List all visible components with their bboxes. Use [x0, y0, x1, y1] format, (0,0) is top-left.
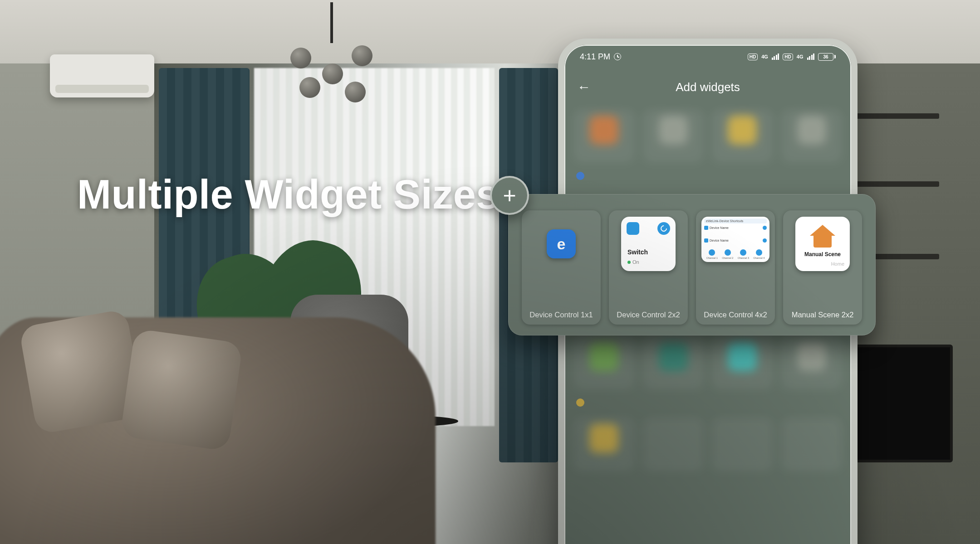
list-item: [781, 109, 843, 163]
aircon-unit: [50, 54, 154, 97]
list-item: [781, 418, 843, 471]
list-item: [643, 109, 704, 163]
channel-icon: [709, 249, 715, 256]
widget-label: Manual Scene 2x2: [792, 311, 854, 319]
list-item: [573, 109, 635, 163]
widget-preview: Switch On: [621, 217, 676, 271]
power-icon: [763, 238, 767, 243]
list-item: [573, 418, 635, 471]
widget-option-1x1[interactable]: e Device Control 1x1: [522, 210, 601, 325]
list-item: [643, 418, 704, 471]
app-bar: ← Add widgets: [564, 71, 851, 103]
widget-preview: Manual Scene Home: [795, 217, 850, 271]
chandelier: [272, 2, 390, 111]
device-icon: [704, 238, 708, 243]
section-marker-icon: [576, 398, 584, 407]
widget-label: Device Control 4x2: [704, 311, 767, 319]
pillow: [120, 328, 243, 451]
list-item: [712, 336, 773, 389]
house-icon: [810, 225, 835, 247]
list-item: [643, 336, 704, 389]
battery-icon: 36: [818, 53, 836, 61]
status-dot-icon: [627, 261, 631, 264]
promo-headline: Multiple Widget Sizes: [77, 171, 499, 218]
widget-option-scene-2x2[interactable]: Manual Scene Home Manual Scene 2x2: [783, 210, 862, 325]
network-gen: 4G: [761, 54, 768, 59]
app-icon: e: [557, 235, 566, 253]
widget-label: Device Control 2x2: [617, 311, 680, 319]
alarm-icon: [614, 53, 621, 60]
power-icon: [657, 222, 670, 235]
device-icon: [627, 222, 639, 235]
list-item: [712, 418, 773, 471]
widget-option-2x2[interactable]: Switch On Device Control 2x2: [609, 210, 688, 325]
channel-icon: [740, 249, 746, 256]
signal-icon: [807, 53, 815, 60]
list-item: [712, 109, 773, 163]
widget-option-4x2[interactable]: eWeLink-Device Shortcuts Device Name Dev…: [696, 210, 775, 325]
network-gen: 4G: [797, 54, 804, 59]
hd-badge-icon: HD: [748, 53, 758, 60]
hd-badge-icon: HD: [783, 53, 793, 60]
device-icon: [704, 226, 708, 230]
widget-preview: e: [547, 229, 576, 258]
back-arrow-icon[interactable]: ←: [577, 80, 591, 94]
plus-icon: +: [503, 184, 516, 207]
switch-state: On: [627, 259, 639, 265]
preview-header: eWeLink-Device Shortcuts: [704, 219, 767, 223]
scene-home: Home: [831, 261, 844, 267]
scene-name: Manual Scene: [795, 251, 850, 257]
list-item: [781, 336, 843, 389]
channel-icon: [756, 249, 762, 256]
widget-preview: eWeLink-Device Shortcuts Device Name Dev…: [701, 217, 769, 262]
channel-icon: [725, 249, 731, 256]
widget-size-popover: + e Device Control 1x1 Switch On Device …: [508, 194, 876, 335]
status-bar: 4:11 PM HD 4G HD 4G 36: [564, 45, 851, 68]
promo-scene: Multiple Widget Sizes 4:11 PM HD 4G HD 4…: [0, 0, 980, 544]
signal-icon: [772, 53, 779, 60]
switch-name: Switch: [627, 248, 648, 256]
add-widget-button[interactable]: +: [490, 176, 529, 215]
appbar-title: Add widgets: [564, 80, 851, 94]
list-item: [573, 336, 635, 389]
power-icon: [763, 226, 767, 230]
status-time: 4:11 PM: [580, 52, 610, 62]
section-marker-icon: [576, 172, 584, 180]
widget-label: Device Control 1x1: [529, 311, 593, 319]
